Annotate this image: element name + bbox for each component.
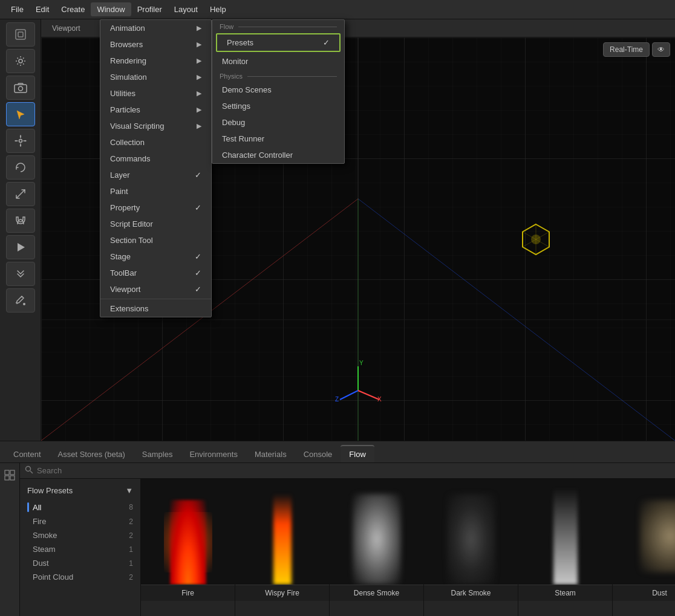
sub-test-runner[interactable]: Test Runner xyxy=(212,131,344,147)
sub-debug[interactable]: Debug xyxy=(212,114,344,131)
tab-content[interactable]: Content xyxy=(5,446,50,462)
toolbar-btn-move[interactable] xyxy=(6,129,35,153)
preset-dust-thumb xyxy=(613,479,675,585)
eye-button[interactable]: 👁 xyxy=(652,42,670,57)
menu-layout[interactable]: Layout xyxy=(168,2,204,16)
preset-fire[interactable]: Fire xyxy=(141,479,235,616)
tab-environments[interactable]: Environments xyxy=(181,446,246,462)
viewport-tab[interactable]: Viewport xyxy=(46,22,86,35)
search-input[interactable] xyxy=(37,466,675,475)
category-smoke[interactable]: Smoke 2 xyxy=(20,528,140,542)
menu-edit[interactable]: Edit xyxy=(30,2,55,16)
category-steam[interactable]: Steam 1 xyxy=(20,542,140,556)
sub-presets[interactable]: Presets ✓ xyxy=(216,33,341,52)
sub-monitor[interactable]: Monitor xyxy=(212,53,344,70)
dd-rendering[interactable]: Rendering ▶ xyxy=(100,53,211,69)
dd-particles[interactable]: Particles ▶ xyxy=(100,102,211,118)
category-dust[interactable]: Dust 1 xyxy=(20,556,140,570)
category-fire[interactable]: Fire 2 xyxy=(20,514,140,528)
bottom-toolbar xyxy=(0,463,20,616)
svg-marker-6 xyxy=(18,243,25,251)
bottom-tabs: Content Asset Stores (beta) Samples Envi… xyxy=(0,441,675,463)
sub-character-controller[interactable]: Character Controller xyxy=(212,147,344,163)
tab-samples[interactable]: Samples xyxy=(134,446,181,462)
tab-flow[interactable]: Flow xyxy=(341,445,374,462)
toolbar-btn-camera[interactable] xyxy=(6,76,35,100)
preset-dense-smoke[interactable]: Dense Smoke xyxy=(330,479,424,616)
dark-smoke-effect xyxy=(447,494,495,585)
toolbar-btn-selector[interactable] xyxy=(6,22,35,47)
category-all[interactable]: All 8 xyxy=(20,500,140,514)
svg-text:Y: Y xyxy=(359,360,364,366)
dd-visual-scripting[interactable]: Visual Scripting ▶ xyxy=(100,118,211,134)
flow-section-header: Flow xyxy=(212,20,344,32)
preset-dense-smoke-thumb xyxy=(330,479,423,585)
preset-dust[interactable]: Dust xyxy=(613,479,675,616)
dd-paint[interactable]: Paint xyxy=(100,183,211,199)
dd-property[interactable]: Property ✓ xyxy=(100,199,211,216)
toolbar-btn-scale[interactable] xyxy=(6,182,35,206)
dd-browsers[interactable]: Browsers ▶ xyxy=(100,36,211,53)
menu-help[interactable]: Help xyxy=(204,2,232,16)
realtime-button[interactable]: Real-Time xyxy=(603,42,650,57)
dd-utilities[interactable]: Utilities ▶ xyxy=(100,85,211,102)
preset-wispy-fire[interactable]: Wispy Fire xyxy=(235,479,330,616)
toolbar-btn-paint[interactable] xyxy=(6,288,35,313)
svg-rect-28 xyxy=(5,476,9,480)
dd-layer[interactable]: Layer ✓ xyxy=(100,167,211,183)
tab-materials[interactable]: Materials xyxy=(246,446,295,462)
tab-console[interactable]: Console xyxy=(295,446,341,462)
presets-grid: Fire Wispy Fire Dense Smoke xyxy=(141,479,675,616)
svg-point-5 xyxy=(19,140,22,143)
dd-script-editor[interactable]: Script Editor xyxy=(100,216,211,232)
menu-window[interactable]: Window xyxy=(91,2,131,16)
bottom-panel: Content Asset Stores (beta) Samples Envi… xyxy=(0,441,675,616)
toolbar-btn-down[interactable] xyxy=(6,262,35,286)
toolbar-btn-gear[interactable] xyxy=(6,49,35,73)
svg-text:X: X xyxy=(377,396,382,403)
sub-settings[interactable]: Settings xyxy=(212,98,344,114)
dust-effect xyxy=(640,500,675,572)
search-icon xyxy=(25,465,33,476)
flow-submenu: Flow Presets ✓ Monitor Physics Demo Scen… xyxy=(212,19,345,164)
active-indicator xyxy=(27,502,29,512)
dd-animation[interactable]: Animation ▶ xyxy=(100,20,211,36)
dd-stage[interactable]: Stage ✓ xyxy=(100,248,211,265)
svg-rect-29 xyxy=(10,476,15,480)
arrow-icon: ▶ xyxy=(197,41,201,48)
menu-create[interactable]: Create xyxy=(55,2,91,16)
separator xyxy=(100,299,211,299)
toolbar-btn-play[interactable] xyxy=(6,235,35,259)
toolbar-btn-arrow[interactable] xyxy=(6,102,35,126)
svg-point-4 xyxy=(18,86,22,91)
preset-dark-smoke[interactable]: Dark Smoke xyxy=(424,479,518,616)
steam-effect xyxy=(553,488,578,585)
tab-asset-stores[interactable]: Asset Stores (beta) xyxy=(50,446,134,462)
preset-steam[interactable]: Steam xyxy=(518,479,613,616)
menu-file[interactable]: File xyxy=(5,2,30,16)
arrow-icon: ▶ xyxy=(197,122,201,130)
dd-simulation[interactable]: Simulation ▶ xyxy=(100,69,211,85)
presets-sidebar: Flow Presets ▼ All 8 Fire 2 xyxy=(20,479,141,616)
toolbar-btn-rotate[interactable] xyxy=(6,155,35,180)
preset-dark-smoke-thumb xyxy=(424,479,518,585)
toolbar-btn-magnet[interactable] xyxy=(6,209,35,233)
check-icon: ✓ xyxy=(323,38,330,47)
axis-indicator: Y Z X xyxy=(334,354,382,404)
bottom-tool-grid[interactable] xyxy=(0,465,19,485)
dd-extensions[interactable]: Extensions xyxy=(100,300,211,317)
menu-profiler[interactable]: Profiler xyxy=(131,2,168,16)
category-point-cloud[interactable]: Point Cloud 2 xyxy=(20,570,140,584)
svg-line-22 xyxy=(340,391,358,400)
presets-dropdown-icon[interactable]: ▼ xyxy=(125,486,133,495)
arrow-icon: ▶ xyxy=(197,24,201,32)
sub-demo-scenes[interactable]: Demo Scenes xyxy=(212,82,344,98)
arrow-icon: ▶ xyxy=(197,57,201,65)
dd-section-tool[interactable]: Section Tool xyxy=(100,232,211,248)
dd-commands[interactable]: Commands xyxy=(100,151,211,167)
dd-toolbar[interactable]: ToolBar ✓ xyxy=(100,265,211,281)
svg-rect-26 xyxy=(5,470,9,475)
dd-viewport[interactable]: Viewport ✓ xyxy=(100,281,211,297)
dd-collection[interactable]: Collection xyxy=(100,134,211,151)
fire-effect xyxy=(170,500,206,585)
